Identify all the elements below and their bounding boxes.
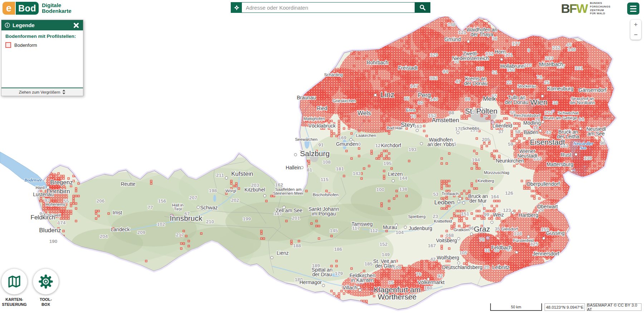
svg-text:Gänserndorf: Gänserndorf — [579, 87, 606, 93]
svg-text:149: 149 — [382, 252, 390, 257]
svg-text:Imst: Imst — [113, 210, 122, 215]
magnifier-icon — [419, 4, 426, 11]
svg-text:Lustenau: Lustenau — [33, 192, 54, 197]
svg-text:Grieskirchen: Grieskirchen — [333, 99, 356, 103]
updown-arrows-icon — [62, 90, 65, 94]
svg-text:91: 91 — [318, 142, 324, 148]
search-button[interactable] — [415, 3, 430, 13]
map-control-button[interactable] — [1, 269, 27, 294]
svg-text:Ried: Ried — [317, 105, 327, 111]
svg-text:Klagenfurt amWörthersee: Klagenfurt amWörthersee — [374, 285, 421, 301]
svg-text:101: 101 — [575, 65, 583, 71]
svg-text:Liezen: Liezen — [388, 171, 402, 177]
svg-text:Gmünd: Gmünd — [444, 36, 461, 42]
locate-button[interactable] — [231, 3, 242, 13]
svg-text:193: 193 — [409, 147, 417, 152]
svg-text:Bischofshofen: Bischofshofen — [313, 193, 338, 197]
svg-text:Hard: Hard — [36, 185, 45, 190]
svg-text:Krems ander Donau: Krems ander Donau — [464, 76, 487, 86]
svg-text:171: 171 — [505, 52, 513, 58]
svg-text:31: 31 — [484, 248, 490, 253]
svg-text:90: 90 — [600, 140, 605, 146]
svg-text:76: 76 — [416, 272, 421, 277]
svg-text:Schwechat: Schwechat — [558, 111, 579, 115]
legend-resize-handle[interactable]: Ziehen zum Vergrößern — [1, 88, 83, 96]
svg-text:85: 85 — [404, 96, 410, 101]
svg-text:Melk: Melk — [483, 95, 496, 102]
svg-text:Perchtoldsdorf: Perchtoldsdorf — [514, 113, 541, 118]
toolbox-button[interactable] — [33, 269, 59, 294]
svg-text:Kirchdorf: Kirchdorf — [381, 143, 401, 148]
svg-text:78: 78 — [479, 237, 485, 242]
coordinates-display: 48.0123°N 9.0947°E — [545, 303, 585, 311]
svg-text:Rohrbach: Rohrbach — [367, 60, 389, 65]
svg-text:202: 202 — [231, 198, 239, 203]
svg-text:Seewalchen: Seewalchen — [295, 137, 318, 141]
svg-text:Wels: Wels — [357, 110, 371, 116]
svg-text:Kufstein: Kufstein — [231, 170, 253, 177]
svg-text:104: 104 — [396, 230, 404, 235]
svg-text:102: 102 — [157, 222, 165, 227]
svg-text:168: 168 — [446, 233, 454, 238]
svg-text:84: 84 — [443, 69, 448, 74]
svg-text:Salzburg: Salzburg — [300, 149, 330, 158]
svg-text:Bad Hall: Bad Hall — [387, 126, 402, 130]
svg-text:Freistadt: Freistadt — [398, 65, 418, 71]
bodenform-swatch — [5, 42, 11, 48]
svg-text:Amstetten: Amstetten — [432, 117, 459, 124]
legend-close-button[interactable] — [73, 22, 80, 29]
svg-text:59: 59 — [508, 141, 513, 147]
svg-text:81: 81 — [307, 167, 312, 173]
svg-text:194: 194 — [472, 157, 480, 163]
svg-text:212: 212 — [552, 45, 561, 50]
svg-text:174: 174 — [58, 220, 66, 225]
svg-text:74: 74 — [536, 74, 542, 80]
svg-text:181: 181 — [336, 166, 344, 172]
menu-button[interactable] — [627, 3, 639, 15]
svg-text:Baden: Baden — [524, 129, 538, 135]
svg-text:121: 121 — [458, 30, 467, 35]
svg-text:Strasshof ander Nordbahn: Strasshof ander Nordbahn — [570, 96, 595, 105]
svg-text:Trofaiach: Trofaiach — [441, 192, 459, 196]
svg-text:Lienz: Lienz — [277, 250, 288, 256]
legend-heading: Bodenformen mit Profilstellen: — [5, 34, 79, 39]
svg-text:58: 58 — [515, 129, 521, 134]
svg-text:Gratkorn: Gratkorn — [454, 228, 470, 232]
svg-text:8: 8 — [527, 48, 530, 53]
svg-text:138: 138 — [399, 187, 408, 192]
svg-text:140: 140 — [430, 96, 438, 102]
legend-item-label: Bodenform — [14, 43, 37, 48]
svg-text:186: 186 — [334, 247, 342, 252]
svg-text:Mattersburg: Mattersburg — [547, 162, 574, 167]
svg-text:Mürzzuschlag: Mürzzuschlag — [484, 170, 509, 175]
svg-text:Bruck ander Mur: Bruck ander Mur — [468, 193, 488, 204]
svg-text:42: 42 — [430, 257, 435, 262]
map-canvas[interactable]: BodenseeNeusiedlerSee1471408580898865507… — [0, 0, 644, 313]
attribution[interactable]: BASEMAP.AT © CC BY 3.0 AT — [587, 303, 641, 311]
svg-text:Judenburg: Judenburg — [409, 225, 432, 231]
svg-text:Korneuburg: Korneuburg — [547, 86, 573, 91]
svg-text:Laakirchen: Laakirchen — [356, 133, 376, 138]
svg-text:Knittelfeld: Knittelfeld — [434, 219, 452, 223]
ebod-bod-badge: Bod — [16, 2, 39, 15]
svg-text:Neunkirchen: Neunkirchen — [496, 158, 524, 164]
svg-text:182: 182 — [430, 75, 438, 81]
zoom-out-button[interactable]: − — [630, 30, 641, 40]
svg-text:Feldkirch: Feldkirch — [31, 214, 55, 221]
legend-header[interactable]: Legende — [1, 20, 83, 30]
search-input[interactable] — [242, 3, 415, 13]
svg-text:167: 167 — [428, 243, 436, 248]
svg-text:204: 204 — [100, 234, 108, 239]
ebod-logo[interactable]: e Bod Digitale Bodenkarte — [3, 2, 72, 15]
svg-text:Vöcklabruck: Vöcklabruck — [308, 123, 336, 129]
svg-text:213: 213 — [545, 55, 553, 61]
svg-text:Neusiedlam See: Neusiedlam See — [586, 126, 606, 136]
svg-text:Wolfsberg: Wolfsberg — [437, 255, 459, 260]
svg-text:Leibnitz: Leibnitz — [492, 264, 509, 270]
svg-text:Zell am See: Zell am See — [276, 208, 303, 213]
svg-text:Wien: Wien — [530, 98, 547, 106]
svg-text:St. Veit ander Glan: St. Veit ander Glan — [373, 258, 396, 269]
scale-label: 50 km — [511, 305, 521, 309]
zoom-in-button[interactable]: + — [630, 20, 641, 30]
svg-text:Linz: Linz — [381, 90, 395, 99]
